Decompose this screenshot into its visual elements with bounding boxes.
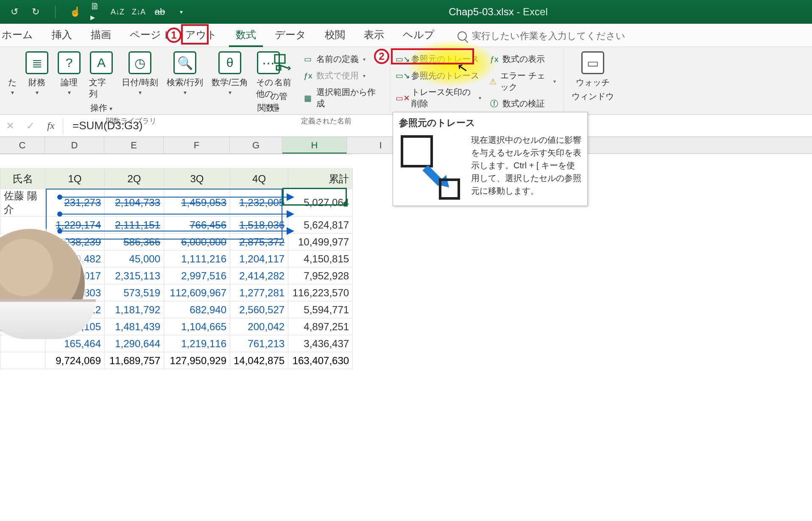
cell-q3[interactable]: 112,609,967 [164,284,230,301]
cell-name[interactable] [0,352,45,369]
tooltip-trace-precedents: 参照元のトレース 現在選択中のセルの値に影響を与えるセルを示す矢印を表示します。… [393,112,588,206]
cell-q2[interactable]: 1,290,644 [105,335,164,352]
cell-q1[interactable]: 9,724,069 [45,352,105,369]
error-check-icon: ⚠ [489,76,497,86]
cell-q4[interactable]: 200,042 [230,318,288,335]
name-manager-icon [271,51,294,74]
col-header-G[interactable]: G [230,137,282,153]
cell-q4[interactable]: 761,213 [230,335,288,352]
table-row: 9,724,06911,689,757127,950,92914,042,875… [0,352,353,369]
btn-financial[interactable]: ≣ 財務▾ [22,50,52,96]
btn-trace-dependents[interactable]: ▭↘参照先のトレース [395,68,484,84]
btn-math-trig[interactable]: θ 数学/三角▾ [209,50,251,96]
cell-q2[interactable]: 1,481,439 [105,318,164,335]
cell-total[interactable]: 4,150,815 [288,251,353,267]
financial-icon: ≣ [25,51,48,74]
cell-q4[interactable]: 2,875,372 [230,234,288,251]
col-header-H[interactable]: H [282,137,347,153]
cell-q3[interactable]: 1,111,216 [164,251,230,267]
btn-recently-used[interactable]: た▾ [5,50,20,96]
cell-q4[interactable]: 2,560,527 [230,301,288,318]
trace-precedents-icon: ▭↘ [398,54,408,64]
file-name: Chap5-03.xlsx [449,6,513,17]
cell-q4[interactable]: 14,042,875 [230,352,288,369]
tab-view[interactable]: 表示 [354,23,393,47]
tooltip-text: 現在選択中のセルの値に影響を与えるセルを示す矢印を表示します。Ctrl + [ … [471,134,581,201]
tell-me-search[interactable]: 実行したい作業を入力してください [458,30,625,47]
btn-define-name[interactable]: ▭名前の定義▾ [300,51,385,67]
callout-marker-2: 2 [374,49,389,64]
cell-total[interactable]: 5,594,771 [288,301,353,318]
btn-logical[interactable]: ? 論理▾ [54,50,84,96]
btn-trace-precedents[interactable]: ▭↘参照元のトレース [395,51,484,67]
chevron-down-icon: ▾ [11,89,14,96]
cell-q2[interactable]: 2,104,733 [105,189,164,217]
btn-evaluate-formula[interactable]: ⓕ数式の検証 [486,96,558,111]
cell-total[interactable]: 5,027,064 [288,189,353,217]
btn-error-checking[interactable]: ⚠エラー チェック▾ [486,68,558,95]
insert-function-button[interactable]: fx [41,120,61,131]
formula-enter-button[interactable]: ✓ [20,120,41,132]
col-header-D[interactable]: D [45,137,104,153]
btn-watch-window[interactable]: ▭ ウォッチ ウィンドウ [569,50,617,102]
quick-print-icon[interactable]: 🗎▸ [90,6,102,18]
cell-total[interactable]: 4,897,251 [288,318,353,335]
btn-lookup[interactable]: 🔍 検索/行列▾ [164,50,206,96]
tab-draw[interactable]: 描画 [81,23,120,47]
cell-q3[interactable]: 1,104,665 [164,318,230,335]
trace-arrow-icon [287,227,294,235]
tab-review[interactable]: 校閲 [315,23,354,47]
btn-text[interactable]: A 文字列 操作 ▾ [87,50,116,114]
cell-q3[interactable]: 6,000,000 [164,234,230,251]
cell-q2[interactable]: 2,315,113 [105,267,164,284]
cell-q4[interactable]: 1,277,281 [230,284,288,301]
btn-name-manager[interactable]: 名前 の管理 [268,50,298,114]
lookup-icon: 🔍 [173,51,196,74]
sort-asc-icon[interactable]: A↓Z [112,6,123,18]
cell-q3[interactable]: 127,950,929 [164,352,230,369]
tab-formulas[interactable]: 数式 [226,23,265,47]
cell-q1[interactable]: 231,273 [45,189,105,217]
cell-q4[interactable]: 1,204,117 [230,251,288,267]
btn-show-formulas[interactable]: ƒx数式の表示 [486,51,558,67]
touch-mode-icon[interactable]: ☝ [69,6,81,18]
formula-bar-separator [63,118,63,134]
strikethrough-icon[interactable]: ab [154,6,166,18]
cell-total[interactable]: 5,624,817 [288,217,353,234]
cell-total[interactable]: 163,407,630 [288,352,353,369]
cell-total[interactable]: 10,499,977 [288,234,353,251]
tab-help[interactable]: ヘルプ [393,23,444,47]
cell-q2[interactable]: 45,000 [105,251,164,267]
cell-total[interactable]: 7,952,928 [288,267,353,284]
col-header-E[interactable]: E [104,137,164,153]
cell-q3[interactable]: 1,219,116 [164,335,230,352]
cell-q2[interactable]: 11,689,757 [105,352,164,369]
chevron-down-icon: ▾ [184,89,187,96]
formula-cancel-button[interactable]: ✕ [0,120,20,132]
cell-q2[interactable]: 1,181,792 [105,301,164,318]
btn-date-time[interactable]: ◷ 日付/時刻▾ [119,50,161,96]
chevron-down-icon: ▾ [363,73,366,79]
col-header-F[interactable]: F [164,137,230,153]
cell-name[interactable]: 佐藤 陽介 [0,189,45,217]
redo-icon[interactable]: ↻ [30,6,42,18]
cell-q3[interactable]: 682,940 [164,301,230,318]
cell-q2[interactable]: 586,366 [105,234,164,251]
tab-data[interactable]: データ [265,23,315,47]
cell-q2[interactable]: 573,519 [105,284,164,301]
col-header-C[interactable]: C [0,137,45,153]
cell-q3[interactable]: 1,459,053 [164,189,230,217]
tab-insert[interactable]: 挿入 [42,23,81,47]
sort-desc-icon[interactable]: Z↓A [133,6,145,18]
btn-create-from-selection[interactable]: ▦選択範囲から作成 [300,84,385,111]
cell-total[interactable]: 116,223,570 [288,284,353,301]
undo-icon[interactable]: ↺ [8,6,20,18]
cell-q4[interactable]: 1,232,005 [230,189,288,217]
cell-q3[interactable]: 2,997,516 [164,267,230,284]
app-name: Excel [523,6,548,17]
tab-home[interactable]: ホーム [0,23,42,47]
cell-q4[interactable]: 2,414,282 [230,267,288,284]
btn-remove-arrows[interactable]: ▭✕トレース矢印の削除▾ [395,84,484,111]
cell-total[interactable]: 3,436,437 [288,335,353,352]
qat-customize-icon[interactable]: ▾ [175,6,187,18]
